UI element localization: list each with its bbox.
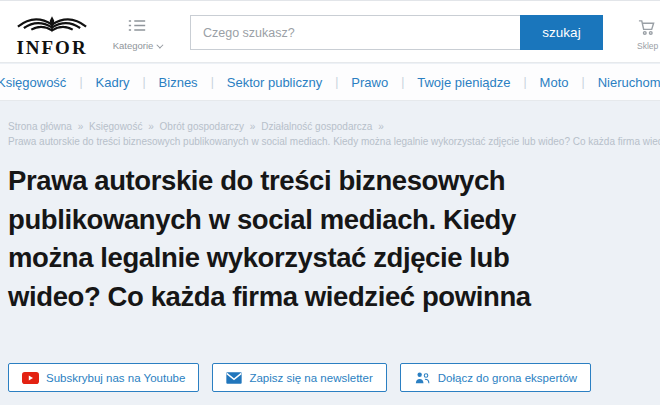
users-icon [414,371,431,384]
newsletter-signup-button[interactable]: Zapisz się na newsletter [212,363,386,392]
subscribe-actions-row: Subskrybuj nas na Youtube Zapisz się na … [8,363,591,392]
article-header-section: Strona główna » Księgowość » Obrót gospo… [0,102,660,405]
newsletter-button-label: Zapisz się na newsletter [249,372,372,384]
search-input[interactable] [190,15,520,50]
site-header: INFOR Kategorie szukaj [0,0,660,63]
nav-item-biznes[interactable]: Biznes [146,75,211,90]
youtube-subscribe-button[interactable]: Subskrybuj nas na Youtube [8,363,199,392]
eagle-logo-icon [15,10,89,36]
youtube-icon [22,372,39,384]
logo-wordmark: INFOR [9,38,95,57]
nav-item-kadry[interactable]: Kadry [83,75,143,90]
chevron-down-icon [157,42,164,49]
shop-button[interactable]: Sklep [637,18,660,51]
nav-item-moto[interactable]: Moto [527,75,582,90]
breadcrumb-separator: » [78,121,84,132]
search-bar: szukaj [190,15,603,50]
article-title: Prawa autorskie do treści biznesowych pu… [8,162,654,316]
nav-item-nieruchomosci[interactable]: Nieruchomości [585,75,660,90]
breadcrumb-item-strona-glowna[interactable]: Strona główna [8,121,72,132]
nav-item-twoje-pieniadze[interactable]: Twoje pieniądze [404,75,523,90]
article-title-line: można legalnie wykorzystać zdjęcie lub [8,239,654,278]
infor-page: INFOR Kategorie szukaj [0,0,660,405]
youtube-button-label: Subskrybuj nas na Youtube [46,372,185,384]
main-navigation: Księgowość | Kadry | Biznes | Sektor pub… [0,64,660,101]
join-experts-button[interactable]: Dołącz do grona ekspertów [400,363,591,392]
breadcrumb-item-ksiegowosc[interactable]: Księgowość [89,121,142,132]
breadcrumb-item-obrot-gospodarczy[interactable]: Obrót gospodarczy [160,121,245,132]
nav-item-prawo[interactable]: Prawo [338,75,401,90]
article-title-line: publikowanych w social mediach. Kiedy [8,201,654,240]
breadcrumb-current-page: Prawa autorskie do treści biznesowych pu… [8,136,660,147]
nav-item-sektor-publiczny[interactable]: Sektor publiczny [214,75,335,90]
infor-logo[interactable]: INFOR [9,10,95,57]
shop-label: Sklep [637,41,660,51]
experts-button-label: Dołącz do grona ekspertów [438,372,577,384]
search-button[interactable]: szukaj [520,15,603,50]
nav-item-ksiegowosc[interactable]: Księgowość [0,75,79,90]
breadcrumb-separator: » [378,121,384,132]
envelope-icon [226,372,242,384]
shopping-cart-icon [637,18,656,36]
breadcrumb: Strona główna » Księgowość » Obrót gospo… [8,121,660,132]
categories-label: Kategorie [113,40,154,51]
breadcrumb-item-dzialalnosc-gospodarcza[interactable]: Działalność gospodarcza [261,121,372,132]
list-menu-icon [127,18,147,33]
breadcrumb-separator: » [148,121,154,132]
categories-menu-button[interactable]: Kategorie [106,18,168,51]
article-title-line: wideo? Co każda firma wiedzieć powinna [8,278,654,317]
article-title-line: Prawa autorskie do treści biznesowych [8,162,654,201]
breadcrumb-separator: » [250,121,256,132]
